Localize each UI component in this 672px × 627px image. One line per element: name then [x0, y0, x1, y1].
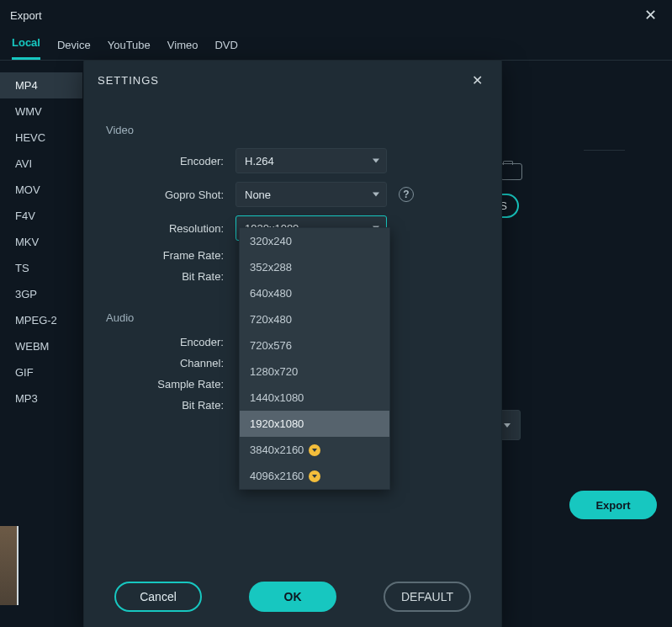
samplerate-label: Sample Rate: [101, 378, 235, 391]
export-button[interactable]: Export [569, 491, 657, 519]
resolution-option-label: 4096x2160 [250, 470, 304, 482]
resolution-option-label: 3840x2160 [250, 444, 304, 456]
gopro-row: Gopro Shot: None ? [101, 182, 484, 207]
folder-icon[interactable] [500, 163, 522, 180]
chevron-down-icon [373, 193, 379, 197]
resolution-label: Resolution: [101, 222, 235, 235]
format-webm[interactable]: WEBM [0, 333, 82, 359]
resolution-option[interactable]: 1920x1080 [240, 411, 389, 437]
tab-youtube[interactable]: YouTube [108, 39, 151, 60]
resolution-option[interactable]: 720x480 [240, 306, 389, 332]
video-encoder-row: Encoder: H.264 [101, 148, 484, 173]
format-hevc[interactable]: HEVC [0, 125, 82, 151]
window-title: Export [10, 9, 42, 22]
resolution-option[interactable]: 1440x1080 [240, 385, 389, 411]
resolution-option[interactable]: 1280x720 [240, 359, 389, 385]
ok-button[interactable]: OK [249, 582, 336, 612]
premium-icon [309, 470, 320, 482]
resolution-option[interactable]: 3840x2160 [240, 437, 389, 463]
resolution-option-label: 1280x720 [250, 365, 298, 378]
titlebar: Export ✕ [0, 0, 672, 30]
format-mpeg2[interactable]: MPEG-2 [0, 307, 82, 333]
format-mp4[interactable]: MP4 [0, 72, 82, 98]
video-bitrate-label: Bit Rate: [101, 270, 235, 283]
format-f4v[interactable]: F4V [0, 203, 82, 229]
resolution-option-label: 1920x1080 [250, 417, 304, 430]
format-gif[interactable]: GIF [0, 359, 82, 385]
resolution-dropdown: 320x240352x288640x480720x480720x5761280x… [239, 227, 390, 490]
format-avi[interactable]: AVI [0, 151, 82, 177]
resolution-option[interactable]: 320x240 [240, 228, 389, 254]
video-encoder-select[interactable]: H.264 [235, 148, 387, 173]
resolution-dropdown-scroll[interactable]: 320x240352x288640x480720x480720x5761280x… [240, 228, 389, 489]
settings-modal: SETTINGS ✕ Video Encoder: H.264 Gopro Sh… [84, 61, 501, 627]
tab-dvd[interactable]: DVD [214, 39, 237, 60]
format-mov[interactable]: MOV [0, 177, 82, 203]
export-tabs: Local Device YouTube Vimeo DVD [0, 30, 672, 61]
gopro-label: Gopro Shot: [101, 189, 235, 201]
chevron-down-icon [373, 159, 379, 163]
resolution-option-label: 720x576 [250, 339, 292, 352]
resolution-option[interactable]: 4096x2160 [240, 463, 389, 489]
gopro-select[interactable]: None [235, 182, 387, 207]
resolution-option-label: 1440x1080 [250, 391, 304, 404]
framerate-label: Frame Rate: [101, 249, 235, 262]
format-wmv[interactable]: WMV [0, 98, 82, 125]
default-button[interactable]: DEFAULT [384, 582, 471, 612]
channel-label: Channel: [101, 357, 235, 369]
resolution-option[interactable]: 640x480 [240, 280, 389, 306]
help-icon[interactable]: ? [399, 187, 414, 202]
tab-device[interactable]: Device [57, 39, 91, 60]
settings-modal-title: SETTINGS [98, 74, 159, 87]
resolution-option-label: 352x288 [250, 261, 292, 274]
tab-local[interactable]: Local [12, 36, 40, 60]
audio-bitrate-label: Bit Rate: [101, 399, 235, 412]
premium-icon [309, 444, 320, 456]
settings-close-icon[interactable]: ✕ [467, 71, 488, 90]
format-mkv[interactable]: MKV [0, 229, 82, 255]
video-encoder-value: H.264 [245, 155, 274, 167]
divider [584, 150, 625, 151]
settings-modal-footer: Cancel OK DEFAULT [84, 582, 501, 612]
audio-encoder-label: Encoder: [101, 336, 235, 348]
resolution-option-label: 640x480 [250, 287, 292, 300]
settings-modal-header: SETTINGS ✕ [84, 61, 501, 98]
chevron-down-icon [504, 423, 511, 428]
format-mp3[interactable]: MP3 [0, 385, 82, 412]
video-section-title: Video [106, 124, 484, 136]
gopro-value: None [245, 189, 271, 201]
resolution-option[interactable]: 352x288 [240, 254, 389, 280]
close-icon[interactable]: ✕ [639, 4, 662, 26]
format-3gp[interactable]: 3GP [0, 281, 82, 307]
tab-vimeo[interactable]: Vimeo [167, 39, 198, 60]
cancel-button[interactable]: Cancel [114, 582, 202, 612]
resolution-option-label: 720x480 [250, 313, 292, 326]
preview-thumbnail [0, 526, 19, 605]
video-encoder-label: Encoder: [101, 155, 235, 167]
format-ts[interactable]: TS [0, 255, 82, 281]
resolution-option[interactable]: 720x576 [240, 332, 389, 359]
resolution-option-label: 320x240 [250, 235, 292, 247]
